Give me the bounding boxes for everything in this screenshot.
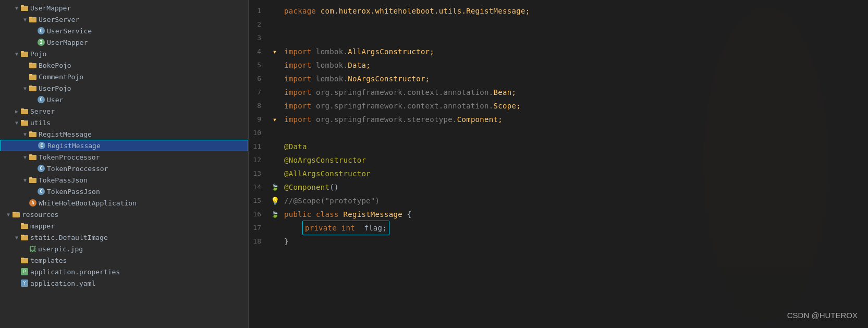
tree-item-user-class[interactable]: CUser	[0, 94, 248, 105]
line-code: import org.springframework.context.annot…	[280, 99, 868, 113]
tree-label: mapper	[30, 222, 55, 230]
tree-item-tokepassjson-folder[interactable]: ▼TokePassJson	[0, 174, 248, 186]
tree-item-utils-folder[interactable]: ▼utils	[0, 117, 248, 128]
tree-item-commentpojo-folder[interactable]: CommentPojo	[0, 71, 248, 82]
code-lines: 1package com.huterox.whiteholeboot.utils…	[249, 0, 868, 252]
class-icon: C	[38, 142, 45, 149]
code-line-18: 18}	[249, 235, 868, 248]
tree-label: TokePassJson	[39, 176, 88, 184]
tree-label: User	[47, 96, 63, 104]
code-line-6: 6import lombok.NoArgsConstructor;	[249, 72, 868, 86]
tree-arrow: ▼	[21, 17, 29, 22]
tree-item-mapper-folder[interactable]: mapper	[0, 220, 248, 232]
line-number: 10	[249, 126, 270, 140]
svg-rect-27	[21, 235, 24, 236]
spring-icon: 🍃	[271, 180, 279, 194]
line-number: 14	[249, 180, 270, 194]
folder-icon	[29, 73, 36, 80]
image-icon: 🖼	[29, 245, 36, 253]
line-gutter: 🍃	[270, 208, 280, 221]
tree-label: templates	[30, 257, 67, 264]
tree-item-bokepojo-folder[interactable]: BokePojo	[0, 59, 248, 71]
file-tree: ▼UserMapper▼UserServerCUserServiceIUserM…	[0, 0, 249, 328]
line-number: 15	[249, 194, 270, 208]
code-editor: 1package com.huterox.whiteholeboot.utils…	[249, 0, 868, 328]
line-code: }	[280, 235, 868, 248]
code-line-1: 1package com.huterox.whiteholeboot.utils…	[249, 4, 868, 18]
tree-label: application.properties	[30, 268, 120, 276]
tree-label: utils	[30, 119, 51, 127]
line-number: 13	[249, 167, 270, 180]
line-code: public class RegistMessage {	[280, 208, 868, 221]
line-number: 1	[249, 4, 270, 18]
code-line-9: 9▾import org.springframework.stereotype.…	[249, 113, 868, 126]
tree-item-whiteholeboot-class[interactable]: AWhiteHoleBootApplication	[0, 197, 248, 209]
fold-icon: ▾	[273, 113, 277, 126]
csdn-watermark: CSDN @HUTEROX	[787, 311, 858, 320]
folder-icon	[29, 16, 36, 23]
tree-arrow: ▼	[13, 5, 21, 11]
folder-icon	[29, 84, 36, 92]
tree-item-userserver-folder[interactable]: ▼UserServer	[0, 14, 248, 25]
interface-icon: I	[38, 39, 45, 46]
code-line-3: 3	[249, 31, 868, 45]
code-line-16: 16🍃public class RegistMessage {	[249, 208, 868, 221]
svg-rect-29	[21, 258, 24, 259]
line-number: 5	[249, 58, 270, 72]
folder-icon	[21, 50, 28, 57]
lightbulb-icon: 💡	[271, 194, 279, 208]
tree-item-tokenproccessor-class[interactable]: CTokenProccessor	[0, 163, 248, 174]
line-number: 12	[249, 153, 270, 167]
folder-icon	[21, 257, 28, 264]
tree-item-pojo-folder[interactable]: ▼Pojo	[0, 48, 248, 59]
tree-item-usermapper-class[interactable]: IUserMapper	[0, 37, 248, 48]
line-code: private int flag;	[280, 221, 868, 235]
tree-item-registmessage-class[interactable]: CRegistMessage	[0, 140, 248, 151]
svg-rect-23	[13, 212, 16, 213]
tree-item-tokenpassjson-class[interactable]: CTokenPassJson	[0, 186, 248, 197]
tree-label: WhiteHoleBootApplication	[39, 199, 137, 207]
folder-icon	[21, 119, 28, 126]
tree-label: TokenProccessor	[39, 153, 100, 161]
code-content: 1package com.huterox.whiteholeboot.utils…	[249, 0, 868, 328]
tree-item-application-properties[interactable]: Papplication.properties	[0, 266, 248, 277]
tree-label: TokenProccessor	[47, 165, 108, 173]
tree-item-usermapper-folder[interactable]: ▼UserMapper	[0, 2, 248, 14]
line-code: package com.huterox.whiteholeboot.utils.…	[280, 4, 868, 18]
code-line-14: 14🍃@Component()	[249, 180, 868, 194]
tree-arrow: ▼	[4, 212, 13, 217]
code-line-8: 8import org.springframework.context.anno…	[249, 99, 868, 113]
tree-item-templates-folder[interactable]: templates	[0, 254, 248, 266]
line-code: @AllArgsConstructor	[280, 167, 868, 180]
tree-arrow: ▼	[13, 120, 21, 126]
tree-item-userpic-file[interactable]: 🖼userpic.jpg	[0, 243, 248, 254]
svg-rect-9	[29, 74, 32, 76]
tree-item-server-folder[interactable]: ▶Server	[0, 105, 248, 117]
tree-item-registmessage-folder[interactable]: ▼RegistMessage	[0, 128, 248, 140]
tree-label: CommentPojo	[39, 73, 83, 81]
tree-item-application-yaml[interactable]: Yapplication.yaml	[0, 277, 248, 289]
line-number: 17	[249, 221, 270, 235]
code-line-11: 11@Data	[249, 140, 868, 153]
tree-item-resources-folder[interactable]: ▼resources	[0, 209, 248, 220]
tree-item-tokenproccessor-folder[interactable]: ▼TokenProccessor	[0, 151, 248, 163]
config-icon: A	[29, 199, 36, 206]
tree-item-userpojo-folder[interactable]: ▼UserPojo	[0, 82, 248, 94]
code-line-13: 13@AllArgsConstructor	[249, 167, 868, 180]
folder-icon	[13, 211, 20, 218]
properties-icon: P	[21, 268, 28, 275]
svg-rect-17	[29, 131, 32, 133]
tree-label: RegistMessage	[47, 142, 101, 150]
tree-label: TokenPassJson	[47, 188, 100, 196]
tree-item-static-folder[interactable]: ▼static.DefaultImage	[0, 232, 248, 243]
tree-item-userservice-class[interactable]: CUserService	[0, 25, 248, 37]
line-number: 6	[249, 72, 270, 86]
tree-arrow: ▼	[21, 154, 29, 160]
line-code: @Data	[280, 140, 868, 153]
tree-label: resources	[22, 211, 58, 218]
folder-icon	[29, 176, 36, 184]
line-number: 7	[249, 86, 270, 99]
svg-rect-15	[21, 120, 24, 122]
line-number: 11	[249, 140, 270, 153]
tree-label: userpic.jpg	[38, 245, 83, 253]
